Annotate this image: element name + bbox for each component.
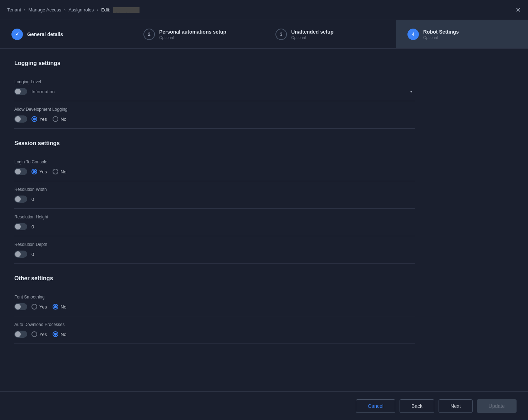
- login-console-control: Yes No: [14, 168, 415, 175]
- other-title: Other settings: [14, 275, 415, 282]
- logging-level-row: Logging Level Information Verbose Warnin…: [14, 74, 415, 101]
- res-width-toggle[interactable]: [14, 196, 27, 203]
- step-sub-4: Optional: [423, 35, 459, 40]
- auto-download-toggle[interactable]: [14, 331, 27, 338]
- login-console-yes-circle: [31, 169, 37, 174]
- auto-download-no-circle: [53, 331, 58, 337]
- wizard-step-2[interactable]: 2 Personal automations setup Optional: [132, 20, 264, 48]
- breadcrumb-manage-access[interactable]: Manage Access: [28, 7, 61, 13]
- auto-download-no[interactable]: No: [53, 331, 67, 337]
- step-circle-3: 3: [275, 29, 287, 40]
- step-title-2: Personal automations setup: [159, 29, 226, 35]
- step-circle-2: 2: [143, 29, 155, 40]
- breadcrumb-assign-roles[interactable]: Assign roles: [69, 7, 94, 13]
- select-arrow-icon: ▾: [410, 90, 412, 94]
- dev-logging-control: Yes No: [14, 115, 415, 123]
- logging-level-label: Logging Level: [14, 79, 415, 84]
- breadcrumb-edit-label: Edit: ████████: [101, 7, 140, 13]
- dev-logging-no[interactable]: No: [53, 116, 67, 122]
- login-console-no[interactable]: No: [53, 169, 67, 174]
- step-title-3: Unattended setup: [291, 29, 333, 35]
- res-depth-label: Resolution Depth: [14, 242, 415, 247]
- wizard-bar: ✓ General details 2 Personal automations…: [0, 20, 528, 49]
- font-smoothing-no-circle: [53, 304, 58, 310]
- separator-1: ›: [24, 7, 25, 13]
- breadcrumb-bar: Tenant › Manage Access › Assign roles › …: [0, 0, 528, 20]
- logging-title: Logging settings: [14, 60, 415, 66]
- back-button[interactable]: Back: [400, 399, 434, 413]
- logging-settings-section: Logging settings Logging Level Informati…: [14, 60, 415, 129]
- close-button[interactable]: ✕: [515, 7, 521, 13]
- separator-2: ›: [64, 7, 65, 13]
- step-text-2: Personal automations setup Optional: [159, 29, 226, 40]
- dev-logging-yes-circle: [31, 116, 37, 122]
- auto-download-row: Auto Download Processes Yes No: [14, 316, 415, 344]
- step-title-4: Robot Settings: [423, 29, 459, 35]
- font-smoothing-control: Yes No: [14, 303, 415, 310]
- step-text-4: Robot Settings Optional: [423, 29, 459, 40]
- res-width-control: [14, 196, 415, 203]
- font-smoothing-label: Font Smoothing: [14, 295, 415, 300]
- wizard-step-1[interactable]: ✓ General details: [0, 20, 132, 48]
- logging-level-select-wrapper: Information Verbose Warning Error ▾: [31, 89, 415, 94]
- res-height-label: Resolution Height: [14, 214, 415, 219]
- font-smoothing-toggle[interactable]: [14, 303, 27, 310]
- session-title: Session settings: [14, 140, 415, 147]
- login-console-radio: Yes No: [31, 169, 67, 174]
- res-height-toggle[interactable]: [14, 223, 27, 230]
- login-console-row: Login To Console Yes No: [14, 154, 415, 181]
- other-settings-section: Other settings Font Smoothing Yes No: [14, 275, 415, 344]
- login-console-toggle[interactable]: [14, 168, 27, 175]
- dev-logging-row: Allow Development Logging Yes No: [14, 101, 415, 129]
- res-width-row: Resolution Width: [14, 181, 415, 209]
- update-button[interactable]: Update: [477, 399, 517, 413]
- font-smoothing-yes-circle: [31, 304, 37, 310]
- dev-logging-label: Allow Development Logging: [14, 107, 415, 112]
- login-console-label: Login To Console: [14, 159, 415, 164]
- dev-logging-radio: Yes No: [31, 116, 67, 122]
- breadcrumb-tenant[interactable]: Tenant: [7, 7, 21, 13]
- res-width-label: Resolution Width: [14, 187, 415, 192]
- step-text-1: General details: [27, 31, 63, 37]
- wizard-step-4[interactable]: 4 Robot Settings Optional: [396, 20, 528, 48]
- login-console-yes[interactable]: Yes: [31, 169, 47, 174]
- session-settings-section: Session settings Login To Console Yes No: [14, 140, 415, 264]
- cancel-button[interactable]: Cancel: [356, 399, 395, 413]
- login-console-no-circle: [53, 169, 58, 174]
- res-depth-control: [14, 251, 415, 258]
- res-depth-toggle[interactable]: [14, 251, 27, 258]
- logging-level-select[interactable]: Information Verbose Warning Error: [31, 89, 415, 94]
- dev-logging-no-circle: [53, 116, 58, 122]
- font-smoothing-radio: Yes No: [31, 304, 67, 310]
- auto-download-radio: Yes No: [31, 331, 67, 337]
- auto-download-label: Auto Download Processes: [14, 322, 415, 327]
- font-smoothing-yes[interactable]: Yes: [31, 304, 47, 310]
- auto-download-yes-circle: [31, 331, 37, 337]
- res-height-input[interactable]: [31, 224, 53, 229]
- step-sub-3: Optional: [291, 35, 333, 40]
- step-circle-4: 4: [407, 29, 419, 40]
- res-depth-input[interactable]: [31, 252, 53, 257]
- dev-logging-yes[interactable]: Yes: [31, 116, 47, 122]
- auto-download-control: Yes No: [14, 331, 415, 338]
- next-button[interactable]: Next: [439, 399, 473, 413]
- font-smoothing-row: Font Smoothing Yes No: [14, 289, 415, 316]
- main-content: Logging settings Logging Level Informati…: [0, 49, 429, 355]
- dev-logging-toggle[interactable]: [14, 115, 27, 123]
- footer: Cancel Back Next Update: [0, 391, 528, 420]
- res-width-input[interactable]: [31, 197, 53, 202]
- step-title-1: General details: [27, 31, 63, 37]
- step-text-3: Unattended setup Optional: [291, 29, 333, 40]
- wizard-step-3[interactable]: 3 Unattended setup Optional: [264, 20, 396, 48]
- step-sub-2: Optional: [159, 35, 226, 40]
- logging-level-control: Information Verbose Warning Error ▾: [14, 88, 415, 95]
- step-circle-1: ✓: [11, 29, 23, 40]
- res-height-row: Resolution Height: [14, 209, 415, 236]
- auto-download-yes[interactable]: Yes: [31, 331, 47, 337]
- font-smoothing-no[interactable]: No: [53, 304, 67, 310]
- logging-level-toggle[interactable]: [14, 88, 27, 95]
- res-depth-row: Resolution Depth: [14, 236, 415, 264]
- separator-3: ›: [97, 7, 98, 13]
- res-height-control: [14, 223, 415, 230]
